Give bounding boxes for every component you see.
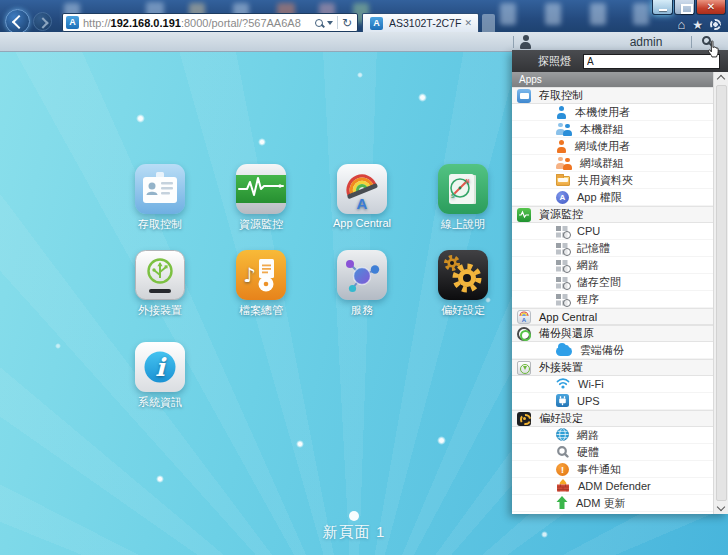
mouse-cursor-hand [707,40,721,62]
resource-monitor-icon [236,164,286,214]
searchlight-item-local-users[interactable]: 本機使用者 [512,104,713,121]
desktop-app-label: App Central [312,217,412,229]
group-icon [556,157,572,170]
group-icon [556,123,572,136]
app-central-icon: A [517,310,531,324]
wifi-icon [556,377,570,391]
tab-close-icon[interactable] [462,18,474,28]
desktop-app-resource-monitor[interactable]: 資源監控 [211,164,311,232]
searchlight-item-local-groups[interactable]: 本機群組 [512,121,713,138]
online-help-icon: N S [438,164,488,214]
monitor-icon [556,225,569,238]
searchlight-item-network-settings[interactable]: 網路 [512,427,713,444]
user-icon[interactable] [519,35,532,49]
scrollbar-thumb[interactable] [716,85,727,501]
refresh-icon[interactable] [342,17,352,29]
monitor-icon [556,293,569,306]
ups-icon [556,394,569,409]
new-tab-button[interactable] [482,14,495,32]
browser-tab[interactable]: AS3102T-2C7F [362,13,479,32]
searchlight-category-access-control[interactable]: 存取控制 [512,87,713,104]
desktop-app-online-help[interactable]: N S 線上說明 [413,164,513,232]
searchlight-item-cpu[interactable]: CPU [512,223,713,240]
searchlight-item-wifi[interactable]: Wi-Fi [512,376,713,393]
searchlight-item-cloud-backup[interactable]: 雲端備份 [512,342,713,359]
searchlight-item-ups[interactable]: UPS [512,393,713,410]
desktop-app-label: 線上說明 [413,217,513,232]
searchlight-label: 探照燈 [538,54,571,69]
url-text: http://192.168.0.191:8000/portal/?567AA6… [83,17,312,29]
browser-titlebar: http://192.168.0.191:8000/portal/?567AA6… [0,0,728,32]
searchlight-item-adm-defender[interactable]: ADM Defender [512,478,713,495]
searchlight-item-shared-folders[interactable]: 共用資料夾 [512,172,713,189]
desktop-blur-blob [633,3,649,25]
desktop-app-label: 服務 [312,303,412,318]
page-title: 新頁面 1 [254,523,454,542]
searchlight-item-app-privileges[interactable]: App 權限 [512,189,713,206]
svg-text:A: A [522,316,527,322]
searchlight-item-storage[interactable]: 儲存空間 [512,274,713,291]
searchlight-item-domain-users[interactable]: 網域使用者 [512,138,713,155]
notification-icon [556,463,569,476]
searchlight-item-network[interactable]: 網路 [512,257,713,274]
searchlight-item-hardware[interactable]: 硬體 [512,444,713,461]
preferences-icon [438,250,488,300]
svg-text:S: S [451,193,455,199]
backup-restore-icon [517,327,531,341]
svg-text:N: N [466,178,470,184]
forward-button[interactable] [33,12,52,31]
settings-gear-icon[interactable] [710,19,721,30]
preferences-icon [517,412,531,426]
monitor-icon [556,242,569,255]
searchlight-item-domain-groups[interactable]: 網域群組 [512,155,713,172]
system-information-icon: i [135,342,185,392]
scroll-up-icon[interactable] [717,75,725,83]
svg-text:♪: ♪ [243,263,256,287]
searchlight-category-backup-restore[interactable]: 備份與還原 [512,325,713,342]
searchlight-item-processes[interactable]: 程序 [512,291,713,308]
desktop-app-system-information[interactable]: i 系統資訊 [110,342,210,410]
desktop-app-label: 檔案總管 [211,303,311,318]
minimize-button[interactable] [652,0,673,15]
tab-title: AS3102T-2C7F [389,17,462,29]
searchlight-category-app-central[interactable]: A App Central [512,308,713,325]
page-indicator-dot[interactable] [349,511,359,521]
back-button[interactable] [5,9,30,34]
tab-favicon [370,17,383,30]
close-button[interactable] [696,0,726,15]
favorites-star-icon[interactable] [692,18,703,32]
searchlight-item-memory[interactable]: 記憶體 [512,240,713,257]
searchlight-category-external-devices[interactable]: 外接裝置 [512,359,713,376]
desktop-app-services[interactable]: 服務 [312,250,412,318]
monitor-icon [556,259,569,272]
search-icon[interactable] [315,19,323,27]
hardware-icon [556,445,569,460]
access-control-icon [517,89,531,103]
desktop-app-file-explorer[interactable]: ♪ 檔案總管 [211,250,311,318]
searchlight-item-event-notification[interactable]: 事件通知 [512,461,713,478]
desktop-app-access-control[interactable]: 存取控制 [110,164,210,232]
desktop-app-label: 偏好設定 [413,303,513,318]
maximize-button[interactable] [674,0,695,15]
external-devices-icon [135,250,185,300]
external-devices-icon [517,361,531,375]
desktop-app-preferences[interactable]: 偏好設定 [413,250,513,318]
scroll-down-icon[interactable] [717,503,725,511]
searchlight-category-preferences[interactable]: 偏好設定 [512,410,713,427]
desktop-blur-blob [545,3,561,25]
access-control-icon [135,164,185,214]
chevron-down-icon[interactable] [327,21,333,25]
address-bar[interactable]: http://192.168.0.191:8000/portal/?567AA6… [62,13,358,32]
user-icon [556,106,567,119]
home-icon[interactable] [677,17,685,32]
desktop-app-app-central[interactable]: A App Central [312,164,412,229]
desktop-app-label: 外接裝置 [110,303,210,318]
folder-icon [556,176,570,186]
searchlight-category-resource-monitor[interactable]: 資源監控 [512,206,713,223]
searchlight-item-adm-update[interactable]: ADM 更新 [512,495,713,512]
desktop-app-label: 系統資訊 [110,395,210,410]
desktop-blur-blob [500,3,516,25]
searchlight-input[interactable] [583,54,720,69]
panel-scrollbar[interactable] [713,72,728,514]
desktop-app-external-devices[interactable]: 外接裝置 [110,250,210,318]
